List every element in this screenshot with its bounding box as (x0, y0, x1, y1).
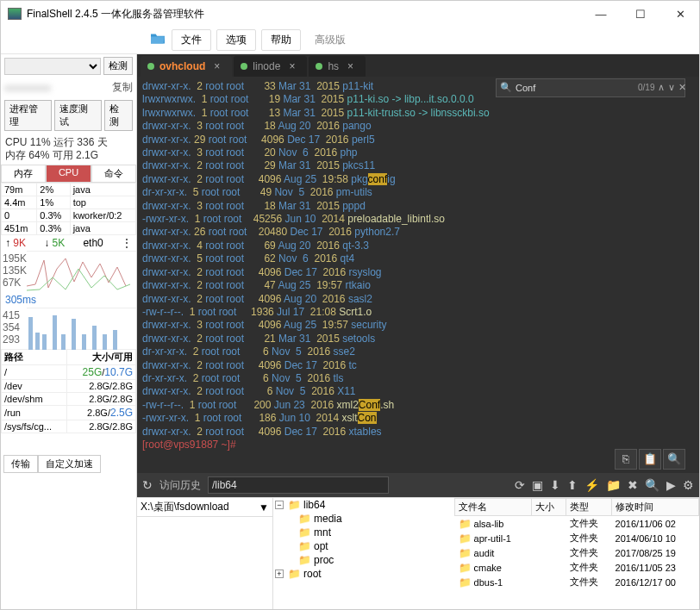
svg-rect-2 (42, 334, 47, 350)
search-close-icon[interactable]: ✕ (678, 81, 686, 94)
tab-hs[interactable]: hs× (309, 56, 366, 77)
search-next-icon[interactable]: ∨ (668, 81, 675, 94)
svg-rect-9 (113, 330, 117, 350)
svg-rect-6 (82, 334, 86, 350)
menu-pro[interactable]: 高级版 (306, 30, 354, 50)
close-button[interactable]: ✕ (668, 5, 692, 22)
svg-rect-0 (28, 317, 33, 350)
detect2-button[interactable]: 检测 (104, 100, 133, 131)
new-folder-icon[interactable]: 📁 (606, 478, 621, 492)
search-count: 0/19 (638, 81, 654, 94)
tree-node[interactable]: +📁 root (273, 567, 454, 581)
copy-button[interactable]: 复制 (112, 80, 133, 95)
net-down: ↓ 5K (44, 237, 65, 249)
menu-help[interactable]: 帮助 (261, 29, 301, 51)
svg-rect-3 (53, 315, 57, 350)
cpu-info: CPU 11% 运行 336 天 (5, 136, 132, 149)
search-prev-icon[interactable]: ∧ (658, 81, 665, 94)
file-row[interactable]: 📁 apr-util-1文件夹2014/06/10 10 (455, 531, 699, 545)
search-box[interactable]: 🔍 0/19 ∧ ∨ ✕ (496, 78, 685, 97)
maximize-button[interactable]: ☐ (628, 5, 653, 22)
path-input[interactable]: /lib64 (208, 476, 389, 494)
svg-rect-7 (92, 326, 97, 350)
file-row[interactable]: 📁 dbus-1文件夹2016/12/17 00 (455, 575, 699, 589)
proc-mgr-button[interactable]: 进程管理 (4, 100, 52, 131)
file-list[interactable]: 文件名大小类型修改时间📁 alsa-lib文件夹2016/11/06 02📁 a… (454, 498, 699, 609)
detect-button[interactable]: 检测 (103, 57, 133, 75)
tab-ovhcloud[interactable]: ovhcloud× (141, 56, 232, 77)
open-folder-icon[interactable] (149, 32, 166, 48)
delete-icon[interactable]: ✖ (628, 478, 638, 492)
history-label: 访问历史 (159, 478, 201, 493)
menu-options[interactable]: 选项 (216, 29, 256, 51)
refresh-icon[interactable]: ⟳ (515, 478, 525, 492)
prompt: [root@vps91887 ~]# (142, 439, 236, 451)
remote-tree[interactable]: −📁 lib64📁 media📁 mnt📁 opt📁 proc+📁 root (273, 498, 454, 609)
file-row[interactable]: 📁 audit文件夹2017/08/25 19 (455, 545, 699, 560)
nav-up-icon[interactable]: ▣ (532, 478, 543, 492)
svg-rect-1 (35, 333, 40, 350)
paste-icon[interactable]: 📋 (639, 449, 661, 470)
tree-node[interactable]: 📁 mnt (273, 526, 454, 539)
speed-test-button[interactable]: 速度测试 (54, 100, 102, 131)
file-row[interactable]: 📁 cmake文件夹2016/11/05 23 (455, 560, 699, 575)
tab-close-icon[interactable]: × (347, 60, 353, 72)
svg-rect-5 (72, 319, 76, 350)
find-icon[interactable]: 🔍 (663, 449, 685, 470)
history-icon[interactable]: ↻ (142, 478, 153, 492)
tab-cpu[interactable]: CPU (46, 165, 91, 183)
tree-node[interactable]: −📁 lib64 (273, 498, 454, 512)
host-select[interactable] (4, 58, 101, 75)
settings-icon[interactable]: ⚙ (683, 478, 694, 492)
mem-info: 内存 64% 可用 2.1G (5, 149, 132, 162)
net-if: eth0 (83, 237, 103, 249)
local-path[interactable]: X:\桌面\fsdownload▼ (137, 498, 272, 517)
net-chart (27, 251, 136, 292)
search-input[interactable] (516, 83, 634, 93)
window-title: FinalShell 2.4.5 一体化服务器管理软件 (27, 7, 589, 22)
download-icon[interactable]: ⬇ (550, 478, 560, 492)
search-icon: 🔍 (500, 81, 512, 94)
tab-transfer[interactable]: 传输 (3, 455, 38, 473)
net-up: ↑ 9K (5, 237, 26, 249)
ping: 305ms (1, 292, 136, 308)
search2-icon[interactable]: 🔍 (645, 478, 659, 492)
tab-close-icon[interactable]: × (289, 60, 295, 72)
app-icon (8, 8, 22, 20)
tree-node[interactable]: 📁 media (273, 512, 454, 526)
minimize-button[interactable]: — (589, 5, 613, 22)
disk-table: 路径大小/可用 /25G/10.7G/dev2.8G/2.8G/dev/shm2… (1, 349, 136, 433)
menu-file[interactable]: 文件 (172, 29, 211, 51)
tab-custom-accel[interactable]: 自定义加速 (38, 455, 101, 473)
upload-icon[interactable]: ⬆ (567, 478, 578, 492)
net-menu-icon[interactable]: ⋮ (122, 237, 132, 249)
tab-mem[interactable]: 内存 (1, 165, 46, 183)
file-row[interactable]: 📁 alsa-lib文件夹2016/11/06 02 (455, 516, 699, 532)
tree-node[interactable]: 📁 proc (273, 553, 454, 567)
tab-linode[interactable]: linode× (234, 56, 307, 77)
svg-rect-4 (61, 334, 66, 350)
tab-close-icon[interactable]: × (214, 60, 220, 72)
play-icon[interactable]: ▶ (666, 478, 676, 492)
copy-icon[interactable]: ⎘ (615, 449, 637, 470)
bolt-icon[interactable]: ⚡ (584, 478, 599, 492)
tab-cmd[interactable]: 命令 (91, 165, 136, 183)
ping-chart (27, 308, 136, 349)
terminal[interactable]: 🔍 0/19 ∧ ∨ ✕ drwxr-xr-x. 2 root root 33 … (137, 77, 699, 473)
host-label: xxxxxxxxx (4, 82, 51, 94)
proc-table: 79m2%java4.4m1%top00.3%kworker/0:2451m0.… (1, 183, 136, 235)
svg-rect-8 (103, 334, 107, 350)
tree-node[interactable]: 📁 opt (273, 539, 454, 553)
